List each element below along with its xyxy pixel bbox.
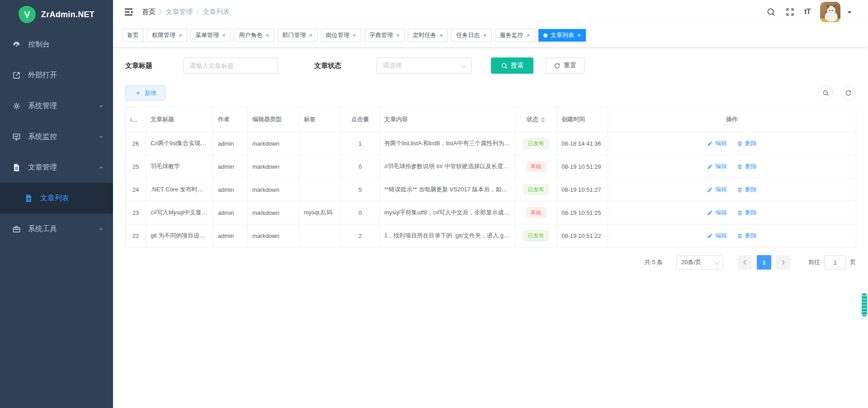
- article-status-select[interactable]: 请选择: [377, 57, 472, 74]
- sidebar-item-label: 控制台: [28, 40, 50, 49]
- cell-created: 08-18 14:41:36: [557, 132, 608, 155]
- cell-status: 草稿: [515, 201, 557, 224]
- sidebar-item-system-monitor[interactable]: 系统监控: [0, 121, 113, 152]
- chevron-down-icon: [98, 226, 104, 232]
- chevron-up-icon: [98, 165, 104, 171]
- close-icon[interactable]: ×: [527, 32, 530, 38]
- delete-button[interactable]: 删除: [737, 139, 757, 147]
- close-icon[interactable]: ×: [265, 32, 269, 38]
- tab-task-log[interactable]: 任务日志×: [451, 29, 491, 42]
- close-icon[interactable]: ×: [222, 32, 226, 38]
- sidebar-item-system-management[interactable]: 系统管理: [0, 90, 113, 121]
- page-number-button[interactable]: 1: [757, 255, 771, 270]
- column-header-editor-type: 编辑器类型: [248, 107, 299, 132]
- cell-author: admin: [213, 178, 248, 201]
- tab-article-list[interactable]: 文章列表×: [538, 29, 586, 42]
- cell-title: .NET Core 发布时提示.NET...: [146, 178, 213, 201]
- sidebar: V ZrAdmin.NET 控制台 外部打开 系统管理: [0, 0, 113, 408]
- main-area: 首页 / 文章管理 / 文章列表 tT: [113, 0, 868, 408]
- scrollbar-thumb[interactable]: [862, 293, 867, 317]
- close-icon[interactable]: ×: [439, 32, 443, 38]
- breadcrumb-article-management: 文章管理: [165, 8, 193, 16]
- sidebar-item-external-open[interactable]: 外部打开: [0, 60, 113, 90]
- reset-button[interactable]: 重置: [546, 57, 585, 74]
- avatar[interactable]: [820, 2, 840, 22]
- close-icon[interactable]: ×: [483, 32, 486, 38]
- tab-dictionary[interactable]: 字典管理×: [364, 29, 405, 42]
- sidebar-item-system-tools[interactable]: 系统工具: [0, 213, 113, 244]
- sidebar-item-article-management[interactable]: 文章管理: [0, 152, 113, 183]
- table-toolbar: 新增: [125, 85, 856, 100]
- edit-button[interactable]: 编辑: [707, 162, 727, 171]
- font-size-icon[interactable]: tT: [804, 7, 811, 16]
- cell-tags: [299, 224, 341, 247]
- monitor-icon: [12, 133, 21, 141]
- sidebar-subitem-label: 文章列表: [40, 194, 69, 203]
- search-icon: [501, 62, 508, 69]
- toolbox-icon: [12, 225, 21, 233]
- tab-scheduled-task[interactable]: 定时任务×: [408, 29, 448, 42]
- cell-content: 有两个list,listA 和listB，listA中有三个属性列为St...: [380, 132, 515, 155]
- document-icon: [12, 163, 21, 172]
- search-icon[interactable]: [766, 7, 776, 17]
- user-menu-caret-icon[interactable]: [847, 11, 852, 16]
- show-search-toggle-button[interactable]: [818, 85, 833, 100]
- external-link-icon: [12, 71, 21, 80]
- pencil-icon: [707, 210, 713, 216]
- delete-button[interactable]: 删除: [737, 209, 757, 217]
- cell-actions: 编辑 删除: [608, 155, 856, 178]
- column-header-author: 作者: [213, 107, 248, 132]
- tab-menu-management[interactable]: 菜单管理×: [190, 29, 231, 42]
- cell-created: 08-19 10:51:22: [557, 224, 608, 247]
- tab-user-role[interactable]: 用户角色×: [234, 29, 274, 42]
- tab-permission[interactable]: 权限管理×: [147, 29, 187, 42]
- close-icon[interactable]: ×: [179, 32, 182, 38]
- tab-department[interactable]: 部门管理×: [278, 29, 318, 42]
- close-icon[interactable]: ×: [396, 32, 400, 38]
- cell-clicks: 2: [341, 224, 380, 247]
- sidebar-item-dashboard[interactable]: 控制台: [0, 29, 113, 60]
- edit-button[interactable]: 编辑: [707, 139, 727, 147]
- edit-button[interactable]: 编辑: [707, 185, 727, 194]
- edit-button[interactable]: 编辑: [707, 209, 727, 217]
- logo[interactable]: V ZrAdmin.NET: [0, 0, 113, 29]
- chevron-left-icon: [743, 260, 748, 265]
- prev-page-button[interactable]: [738, 255, 752, 270]
- cell-tags: [299, 132, 341, 155]
- column-header-status[interactable]: 状态: [515, 107, 557, 132]
- table-row: 23 c#写入Mysql中文显示乱码 ... admin markdown my…: [126, 201, 856, 224]
- delete-button[interactable]: 删除: [737, 232, 757, 240]
- column-header-id[interactable]: id: [126, 107, 146, 132]
- cell-editor: markdown: [248, 132, 299, 155]
- next-page-button[interactable]: [776, 255, 790, 270]
- refresh-table-button[interactable]: [841, 85, 856, 100]
- table-row: 22 git 为不同的项目设置不同... admin markdown 2 1，…: [126, 224, 856, 247]
- add-button[interactable]: 新增: [125, 85, 165, 100]
- page-unit-label: 页: [850, 258, 856, 266]
- close-icon[interactable]: ×: [577, 32, 581, 38]
- goto-page-input[interactable]: [824, 255, 846, 270]
- fullscreen-icon[interactable]: [785, 7, 795, 17]
- delete-button[interactable]: 删除: [737, 162, 757, 171]
- breadcrumb-home[interactable]: 首页: [142, 8, 156, 16]
- page-size-select[interactable]: 20条/页: [676, 255, 723, 270]
- tab-home[interactable]: 首页: [122, 29, 144, 42]
- pagination-total: 共 5 条: [645, 258, 663, 266]
- tab-post[interactable]: 岗位管理×: [321, 29, 361, 42]
- status-badge: 已发布: [524, 138, 549, 149]
- status-badge: 草稿: [526, 161, 546, 172]
- sort-icon[interactable]: [541, 117, 545, 123]
- breadcrumb-separator: /: [197, 8, 198, 16]
- close-icon[interactable]: ×: [353, 32, 356, 38]
- sort-icon[interactable]: [138, 117, 142, 123]
- close-icon[interactable]: ×: [309, 32, 313, 38]
- search-button[interactable]: 搜索: [491, 57, 533, 74]
- sidebar-collapse-icon[interactable]: [123, 7, 134, 17]
- tab-service-monitor[interactable]: 服务监控×: [495, 29, 535, 42]
- sidebar-item-label: 系统工具: [28, 224, 57, 234]
- delete-button[interactable]: 删除: [737, 185, 757, 194]
- cell-clicks: 0: [341, 155, 380, 178]
- article-title-input[interactable]: [183, 57, 278, 74]
- sidebar-subitem-article-list[interactable]: 文章列表: [0, 183, 113, 213]
- edit-button[interactable]: 编辑: [707, 232, 727, 240]
